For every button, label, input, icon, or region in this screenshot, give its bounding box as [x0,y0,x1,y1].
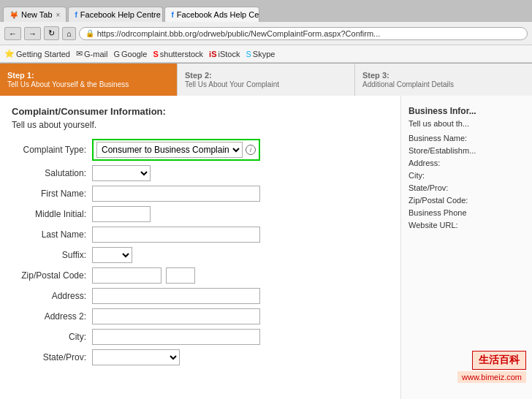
step-1-desc: Tell Us About Yourself & the Business [7,80,170,88]
zip-input[interactable] [92,267,162,284]
step-2: Step 2: Tell Us About Your Complaint [177,64,354,96]
facebook-icon: f [75,11,77,19]
bookmark-skype[interactable]: S Skype [246,50,275,58]
website-label: Website URL: [408,221,525,229]
section-title: Complaint/Consumer Information: [12,106,389,117]
state-select[interactable] [92,349,180,365]
lock-icon: 🔒 [86,29,94,37]
address-bar[interactable]: 🔒 https://odrcomplaint.bbb.org/odrweb/pu… [79,27,528,40]
step-2-num: Step 2: [185,71,347,80]
left-panel: Complaint/Consumer Information: Tell us … [0,96,400,399]
complaint-type-label: Complaint Type: [12,145,92,155]
home-button[interactable]: ⌂ [62,27,76,40]
step-3-desc: Additional Complaint Details [362,80,525,88]
city-label: City: [12,332,92,342]
city-row: City: [12,329,389,345]
forward-button[interactable]: → [24,27,41,40]
facebook-ads-icon: f [171,11,173,19]
middle-initial-label: Middle Initial: [12,209,92,219]
step-3-num: Step 3: [362,71,525,80]
zip-label: Zip/Postal Code: [12,270,92,281]
first-name-label: First Name: [12,189,92,199]
tab-facebook-ads[interactable]: f Facebook Ads Help Cente... × [164,7,259,22]
address2-label: Address 2: [12,311,92,322]
state-label: State/Prov: [12,352,92,362]
first-name-input[interactable] [92,186,260,202]
step-2-desc: Tell Us About Your Complaint [185,80,347,88]
bookmark-google[interactable]: G Google [113,50,147,58]
business-city-label: City: [408,171,525,180]
step-1-num: Step 1: [7,71,170,80]
step-3: Step 3: Additional Complaint Details [354,64,532,96]
watermark-text: 生活百科 [472,351,526,370]
tab-new-tab[interactable]: 🦊 New Tab × [3,7,66,22]
business-zip-label: Zip/Postal Code: [408,196,525,205]
last-name-row: Last Name: [12,227,389,243]
bookmark-gmail[interactable]: ✉ G-mail [76,49,107,58]
complaint-type-wrapper: Consumer to Business Complaint i [92,139,260,161]
tab-facebook-help[interactable]: f Facebook Help Centre × [68,7,163,22]
google-icon: G [113,50,120,58]
right-panel-subtitle: Tell us about th... [408,119,525,128]
section-subtitle: Tell us about yourself. [12,120,389,130]
istock-icon: iS [209,50,216,58]
suffix-row: Suffix: [12,247,389,263]
right-panel-title: Business Infor... [408,106,525,116]
tab-label: Facebook Ads Help Cente... [177,10,260,19]
address2-input[interactable] [92,308,260,324]
store-label: Store/Establishm... [408,146,525,155]
zip-ext-input[interactable] [166,267,195,284]
complaint-type-row: Complaint Type: Consumer to Business Com… [12,139,389,161]
skype-icon: S [246,50,251,58]
step-1: Step 1: Tell Us About Yourself & the Bus… [0,64,177,96]
last-name-input[interactable] [92,227,260,243]
last-name-label: Last Name: [12,229,92,240]
address-row: Address: [12,288,389,304]
tab-label: New Tab [21,10,53,19]
salutation-select[interactable] [92,165,151,181]
url-text: https://odrcomplaint.bbb.org/odrweb/publ… [97,29,381,38]
salutation-row: Salutation: [12,165,389,181]
first-name-row: First Name: [12,186,389,202]
salutation-label: Salutation: [12,168,92,178]
business-state-label: State/Prov: [408,183,525,192]
suffix-select[interactable] [92,247,132,263]
watermark-url: www.bimeiz.com [457,371,526,383]
bookmark-shutterstock[interactable]: S shutterstock [153,50,203,58]
business-address-label: Address: [408,159,525,167]
bookmark-getting-started[interactable]: ⭐ Getting Started [4,49,70,58]
middle-initial-input[interactable] [92,206,151,222]
refresh-button[interactable]: ↻ [44,26,59,40]
complaint-type-select[interactable]: Consumer to Business Complaint [96,142,243,158]
state-row: State/Prov: [12,349,389,365]
shutterstock-icon: S [153,50,158,58]
gmail-icon: ✉ [76,49,83,58]
suffix-label: Suffix: [12,250,92,260]
star-icon: ⭐ [4,49,15,58]
bookmark-istock[interactable]: iS iStock [209,50,240,58]
business-phone-label: Business Phone [408,208,525,217]
tab-label: Facebook Help Centre [80,10,161,19]
city-input[interactable] [92,329,260,345]
tab-close-btn[interactable]: × [56,11,61,19]
back-button[interactable]: ← [4,27,21,40]
firefox-icon: 🦊 [10,11,18,19]
address-input[interactable] [92,288,260,304]
zip-row: Zip/Postal Code: [12,267,389,284]
address2-row: Address 2: [12,308,389,324]
info-icon[interactable]: i [246,145,256,155]
address-label: Address: [12,291,92,301]
middle-initial-row: Middle Initial: [12,206,389,222]
business-name-label: Business Name: [408,134,525,142]
